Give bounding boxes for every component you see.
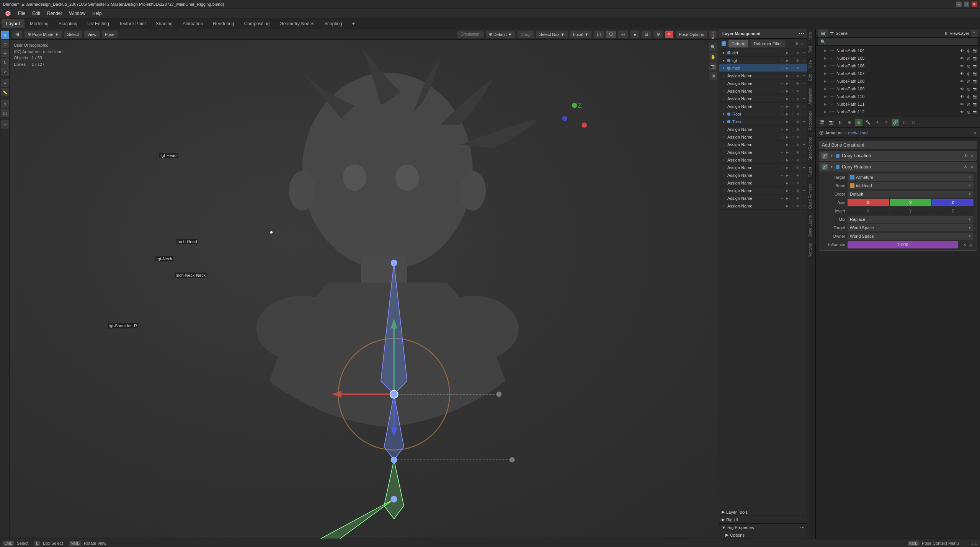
editor-type-selector[interactable]: ⊞	[12, 31, 22, 38]
menu-file[interactable]: File	[15, 10, 28, 17]
breadcrumb-armature[interactable]: Armature	[825, 131, 843, 135]
rig-properties-section[interactable]: ▼ Rig Properties ⋯	[719, 523, 807, 531]
minimize-button[interactable]: ─	[956, 2, 962, 7]
menu-render[interactable]: Render	[44, 10, 65, 17]
layer-vis-a2[interactable]: ○	[721, 81, 726, 86]
item-tab[interactable]: Item	[709, 31, 717, 38]
layer-vis-a1[interactable]: ○	[721, 73, 726, 78]
invert-z-btn[interactable]: Z	[932, 207, 973, 215]
outliner-item-nurbspath105[interactable]: ▶ 〰 NurbsPath.105 👁 ◎ 📷	[816, 54, 980, 62]
tab-layout[interactable]: Layout	[2, 19, 24, 28]
tab-animation[interactable]: Animation	[178, 19, 207, 28]
menu-window[interactable]: Window	[66, 10, 88, 17]
tab-compositing[interactable]: Compositing	[240, 19, 274, 28]
prop-icon-material[interactable]: ◎	[910, 119, 918, 126]
target-close[interactable]: ✕	[968, 175, 971, 179]
deform-btn[interactable]: Deform	[728, 40, 748, 47]
outliner-item-nurbspath109[interactable]: ▶ 〰 NurbsPath.109 👁 ◎ 📷	[816, 85, 980, 93]
tab-shading[interactable]: Shading	[151, 19, 177, 28]
vis-render-106[interactable]: 📷	[972, 63, 978, 69]
tab-scripting[interactable]: Scripting	[320, 19, 347, 28]
prop-icon-output[interactable]: ◧	[836, 119, 844, 126]
outliner-item-nurbspath107[interactable]: ▶ 〰 NurbsPath.107 👁 ◎ 📷	[816, 70, 980, 77]
menu-edit[interactable]: Edit	[29, 10, 43, 17]
tool-scale[interactable]: ⤢	[1, 67, 9, 76]
viewport-shading-solid[interactable]: ⬡	[606, 31, 616, 38]
layer-item-assign-9[interactable]: ○ Assign Name ↔▶○⊕⋯	[719, 149, 807, 156]
tool-cursor[interactable]: ⊕	[1, 31, 9, 39]
target-value[interactable]: Armature ✕	[848, 174, 973, 181]
invert-x-btn[interactable]: X	[848, 207, 889, 215]
influence-reset-btn[interactable]: ✕	[962, 242, 967, 247]
vp-hand[interactable]: ✋	[709, 52, 717, 61]
bone-value[interactable]: int-Head ✕	[848, 182, 973, 189]
layer-vis-a5[interactable]: ○	[721, 104, 726, 109]
breadcrumb-mch-head[interactable]: mch-Head	[848, 131, 868, 135]
deformer-filter-btn[interactable]: Deformer Filter	[751, 40, 785, 47]
select-menu[interactable]: Select	[64, 31, 82, 38]
xray-btn[interactable]: ⊕	[653, 31, 663, 38]
side-tab-fluent[interactable]: Fluent	[807, 164, 815, 181]
layer-item-assign-15[interactable]: ○ Assign Name ↔▶○⊕⋯	[719, 194, 807, 202]
side-tab-speedretopo[interactable]: SpeedRetopo	[807, 134, 815, 164]
prop-icon-physics[interactable]: ⚛	[882, 119, 890, 126]
vp-zoom-in[interactable]: 🔍	[709, 43, 717, 51]
tool-select[interactable]: ◻	[1, 40, 9, 48]
copy-rotation-expand[interactable]: ▼	[830, 165, 833, 169]
vis-render-105[interactable]: 📷	[972, 56, 978, 61]
layer-item-assign-8[interactable]: ○ Assign Name ↔▶○⊕⋯	[719, 141, 807, 149]
influence-keyframe-btn[interactable]: ◎	[968, 242, 973, 247]
layer-item-assign-7[interactable]: ○ Assign Name ↔▶○⊕⋯	[719, 133, 807, 141]
vis-render-104[interactable]: 📷	[972, 48, 978, 53]
invert-y-btn[interactable]: Y	[890, 207, 931, 215]
copy-location-vis-btn[interactable]: 👁	[963, 153, 968, 158]
overlay-btn[interactable]: ⊡	[642, 31, 651, 38]
target-space-value[interactable]: World Space ▼	[848, 224, 973, 231]
outliner-item-nurbspath108[interactable]: ▶ 〰 NurbsPath.108 👁 ◎ 📷	[816, 77, 980, 85]
side-tab-tool[interactable]: Tool	[807, 43, 815, 56]
copy-rotation-vis-btn[interactable]: 👁	[963, 164, 968, 170]
side-tab-edit[interactable]: Edit	[807, 71, 815, 84]
owner-space-value[interactable]: World Space ▼	[848, 233, 973, 240]
copy-location-expand[interactable]: ▼	[830, 154, 833, 158]
maximize-button[interactable]: □	[964, 2, 969, 7]
layer-vis-a4[interactable]: ○	[721, 96, 726, 101]
layer-deform-checkbox[interactable]: ✓	[722, 41, 726, 46]
tool-annotate[interactable]: ✎	[1, 100, 9, 108]
layer-item-assign-12[interactable]: ○ Assign Name ↔▶○⊕⋯	[719, 171, 807, 179]
tool-move[interactable]: ✛	[1, 49, 9, 57]
tab-texture-paint[interactable]: Texture Paint	[114, 19, 150, 28]
layer-toolbar-icon2[interactable]: ≡	[800, 41, 805, 46]
vp-grid[interactable]: ⊞	[709, 72, 717, 80]
layer-toolbar-icon1[interactable]: 🗑	[794, 41, 799, 46]
layer-vis-mch[interactable]: ●	[721, 65, 726, 71]
blender-icon[interactable]: 🎯	[2, 10, 14, 17]
tab-uv-editing[interactable]: UV Editing	[83, 19, 114, 28]
layer-vis-tgt[interactable]: ●	[721, 58, 726, 63]
copy-rotation-close-btn[interactable]: ✕	[969, 164, 974, 170]
local-view-btn[interactable]: Local ▼	[570, 31, 591, 38]
tab-sculpting[interactable]: Sculpting	[54, 19, 82, 28]
layer-management-options[interactable]: ⋯	[799, 31, 804, 37]
layer-item-root[interactable]: ● Root ↔ ▶ ○ ⊕ ⋯	[719, 110, 807, 118]
outliner-item-nurbspath111[interactable]: ▶ 〰 NurbsPath.111 👁 ◎ 📷	[816, 100, 980, 108]
layer-vis-def[interactable]: ●	[721, 50, 726, 56]
layer-item-assign-3[interactable]: ○ Assign Name ↔ ▶ ○ ⊕ ⋯	[719, 87, 807, 95]
view-menu[interactable]: View	[84, 31, 100, 38]
viewport-shading-mat[interactable]: ◎	[618, 31, 628, 38]
rig-ui-section[interactable]: ▶ Rig UI	[719, 516, 807, 523]
side-tab-rename[interactable]: Rename	[807, 240, 815, 261]
pose-options-btn[interactable]: Pose Options	[676, 31, 707, 38]
layer-item-assign-1[interactable]: ○ Assign Name ↔ ▶ ○ ⊕ ⋯	[719, 72, 807, 80]
viewport-shading-render[interactable]: ●	[630, 31, 639, 38]
layer-item-mch[interactable]: ● mch ↔ ▶ ○ ⊕ ⋯	[719, 64, 807, 72]
side-tab-retopology[interactable]: Retopology	[807, 108, 815, 134]
layer-vis-a3[interactable]: ○	[721, 88, 726, 94]
vis-sel-105[interactable]: ◎	[966, 56, 971, 61]
side-tab-view[interactable]: View	[807, 57, 815, 72]
outliner-filter-btn[interactable]: ≡	[971, 30, 978, 37]
mix-value[interactable]: Replace ▼	[848, 216, 973, 223]
side-tab-bone-layers[interactable]: Bone Layers	[807, 212, 815, 240]
vis-sel-106[interactable]: ◎	[966, 63, 971, 69]
outliner-item-nurbspath104[interactable]: ▶ 〰 NurbsPath.104 👁 ◎ 📷	[816, 47, 980, 54]
